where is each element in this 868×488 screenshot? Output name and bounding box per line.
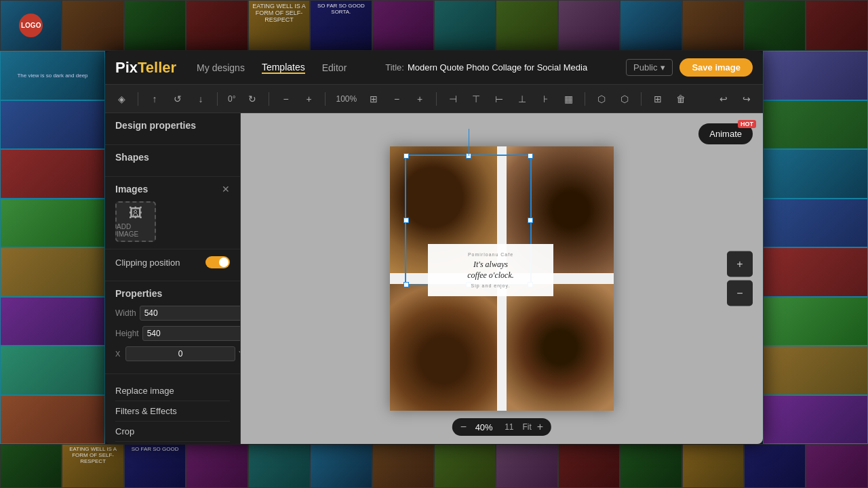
mask-action[interactable]: Mask — [115, 442, 230, 444]
align-center-icon[interactable]: ⊤ — [467, 89, 486, 108]
canvas-main-text: It's always coffee o'clock. — [438, 260, 543, 281]
strip-item[interactable] — [372, 0, 434, 51]
move-up-icon[interactable]: ↑ — [145, 89, 164, 108]
strip-item-left[interactable] — [0, 247, 105, 297]
strip-item-bottom[interactable] — [558, 444, 620, 488]
distribute-icon[interactable]: ⊦ — [536, 89, 555, 108]
align-left-icon[interactable]: ⊣ — [443, 89, 462, 108]
grid-icon[interactable]: ⊞ — [364, 89, 383, 108]
design-properties-title[interactable]: Design properties — [115, 120, 230, 131]
strip-item-left[interactable] — [0, 100, 105, 150]
align-right-icon[interactable]: ⊢ — [490, 89, 509, 108]
delete-icon[interactable]: 🗑 — [671, 89, 690, 108]
strip-item[interactable]: EATING WELL IS A FORM OF SELF-RESPECT — [248, 0, 310, 51]
strip-item[interactable] — [682, 0, 744, 51]
clipping-toggle[interactable] — [205, 256, 230, 268]
move-down-icon[interactable]: ↓ — [191, 89, 210, 108]
chart-icon[interactable]: ▦ — [559, 89, 578, 108]
strip-item-left[interactable] — [0, 297, 105, 346]
strip-item-bottom[interactable]: SO FAR SO GOOD — [124, 444, 186, 488]
strip-item-right[interactable] — [763, 100, 868, 150]
title-label: Title: — [385, 62, 404, 73]
height-input[interactable] — [142, 326, 241, 341]
strip-item-right[interactable] — [763, 297, 868, 346]
strip-item-bottom[interactable]: EATING WELL IS A FORM OF SELF-RESPECT — [62, 444, 123, 488]
strip-item[interactable]: LOGO — [0, 0, 62, 51]
design-properties-section: Design properties — [105, 113, 240, 145]
add-image-button[interactable]: 🖼 ADD IMAGE — [115, 201, 156, 242]
strip-item-bottom[interactable] — [620, 444, 682, 488]
strip-item-right[interactable] — [763, 149, 868, 199]
strip-item-bottom[interactable] — [372, 444, 434, 488]
align-top-icon[interactable]: ⊥ — [513, 89, 532, 108]
strip-item[interactable] — [620, 0, 682, 51]
images-title[interactable]: Images — [115, 184, 148, 195]
width-input[interactable] — [140, 306, 241, 321]
rotate-icon[interactable]: ↻ — [243, 89, 262, 108]
canvas-text-card[interactable]: Pomirloanu Cafe It's always coffee o'clo… — [428, 244, 553, 296]
zoom-fit-button[interactable]: Fit — [523, 422, 532, 432]
crop-action[interactable]: Crop — [115, 422, 230, 442]
strip-item-bottom[interactable] — [0, 444, 62, 488]
undo-icon[interactable]: ↩ — [714, 89, 733, 108]
canvas-area[interactable]: Pomirloanu Cafe It's always coffee o'clo… — [241, 113, 763, 444]
flip-v-icon[interactable]: ⬡ — [615, 89, 634, 108]
zoom-out-icon[interactable]: − — [387, 89, 406, 108]
strip-item-bottom[interactable] — [744, 444, 806, 488]
strip-item[interactable]: SO FAR SO GOOD SORTA. — [310, 0, 372, 51]
strip-item-left[interactable] — [0, 149, 105, 199]
minus-icon[interactable]: − — [276, 89, 295, 108]
strip-item-right[interactable] — [763, 247, 868, 297]
x-input[interactable] — [125, 346, 235, 361]
redo-icon[interactable]: ↪ — [737, 89, 756, 108]
strip-item[interactable] — [124, 0, 186, 51]
nav-editor[interactable]: Editor — [322, 62, 347, 73]
strip-item[interactable] — [744, 0, 806, 51]
zoom-in-button[interactable]: + — [537, 422, 543, 432]
strip-item-bottom[interactable] — [434, 444, 496, 488]
add-row-button[interactable]: + — [727, 251, 753, 277]
nav-templates[interactable]: Templates — [262, 62, 305, 74]
strip-item-right[interactable] — [763, 395, 868, 445]
left-panel: Design properties Shapes Images ✕ 🖼 ADD … — [105, 113, 241, 444]
shape-icon[interactable]: ◈ — [112, 89, 131, 108]
strip-item-bottom[interactable] — [806, 444, 867, 488]
strip-item-right[interactable] — [763, 51, 868, 100]
strip-item[interactable] — [434, 0, 496, 51]
strip-item-bottom[interactable] — [682, 444, 744, 488]
canvas-image-bottom-left[interactable] — [390, 284, 497, 411]
strip-item-left[interactable] — [0, 395, 105, 445]
visibility-dropdown[interactable]: Public ▾ — [626, 59, 673, 76]
strip-item-right[interactable] — [763, 199, 868, 248]
strip-item-bottom[interactable] — [496, 444, 557, 488]
strip-item[interactable] — [558, 0, 620, 51]
filters-effects-action[interactable]: Filters & Effects — [115, 401, 230, 422]
plus-icon[interactable]: + — [299, 89, 318, 108]
canvas-image-bottom-right[interactable] — [507, 284, 614, 411]
flip-h-icon[interactable]: ⬡ — [592, 89, 611, 108]
strip-item[interactable] — [186, 0, 248, 51]
strip-item[interactable] — [62, 0, 123, 51]
replace-image-action[interactable]: Replace image — [115, 381, 230, 401]
right-panel-buttons: + − — [727, 251, 753, 306]
remove-row-button[interactable]: − — [727, 281, 753, 306]
strip-item-bottom[interactable] — [186, 444, 248, 488]
strip-item-bottom[interactable] — [310, 444, 372, 488]
zoom-in-icon[interactable]: + — [410, 89, 429, 108]
toolbar: ◈ ↑ ↺ ↓ 0° ↻ − + 100% ⊞ − + ⊣ ⊤ ⊢ ⊥ ⊦ ▦ … — [105, 85, 763, 113]
close-images-button[interactable]: ✕ — [222, 184, 230, 195]
strip-item-left[interactable] — [0, 199, 105, 248]
shapes-title[interactable]: Shapes — [115, 152, 230, 163]
strip-item-bottom[interactable] — [248, 444, 310, 488]
strip-item[interactable] — [806, 0, 867, 51]
strip-item[interactable] — [496, 0, 557, 51]
strip-item-left[interactable]: The view is so dark and deep — [0, 51, 105, 100]
add-frame-icon[interactable]: ⊞ — [648, 89, 667, 108]
strip-item-left[interactable] — [0, 346, 105, 395]
strip-item-right[interactable] — [763, 346, 868, 395]
move-left-icon[interactable]: ↺ — [168, 89, 187, 108]
save-image-button[interactable]: Save image — [679, 58, 753, 77]
nav-my-designs[interactable]: My designs — [197, 62, 245, 73]
animate-button[interactable]: Animate HOT — [698, 123, 753, 144]
zoom-out-button[interactable]: − — [460, 422, 467, 432]
